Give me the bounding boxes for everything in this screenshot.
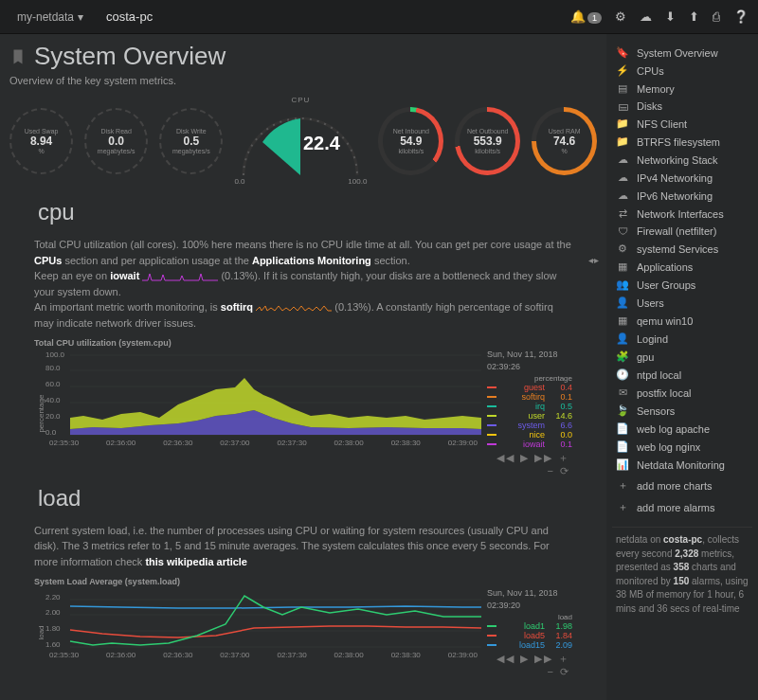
sidebar-item-5[interactable]: 📁BTRFS filesystem <box>612 133 752 151</box>
sidebar-icon: 👥 <box>616 278 629 291</box>
svg-text:40.0: 40.0 <box>45 396 61 404</box>
gauge-net-in[interactable]: Net Inbound54.9kilobits/s <box>378 107 443 175</box>
alarm-badge: 1 <box>587 12 602 24</box>
sidebar-icon: 🍃 <box>616 404 629 417</box>
svg-text:20.0: 20.0 <box>45 412 61 421</box>
gauge-cpu[interactable]: CPU 22.4 0.0100.0 <box>234 96 367 186</box>
svg-text:80.0: 80.0 <box>45 364 61 372</box>
load-desc: Current system load, i.e. the number of … <box>9 523 597 578</box>
sidebar-item-20[interactable]: 🍃Sensors <box>612 402 752 420</box>
download-icon[interactable]: ⬇ <box>665 9 676 24</box>
add-more-charts[interactable]: ＋add more charts <box>612 476 752 495</box>
svg-text:1.60: 1.60 <box>45 640 61 649</box>
hostname: costa-pc <box>91 9 168 24</box>
sidebar-icon: 🧩 <box>616 350 629 363</box>
sidebar-item-11[interactable]: ⚙systemd Services <box>612 240 752 258</box>
cpu-chart-controls[interactable]: ◀◀ ▶ ▶▶ ＋ − ⟳ <box>487 451 572 477</box>
svg-text:2.20: 2.20 <box>45 593 61 601</box>
gauge-disk-write[interactable]: Disk Write0.5megabytes/s <box>159 108 223 174</box>
sidebar-item-16[interactable]: 👤Logind <box>612 330 752 348</box>
sidebar: 🔖System Overview⚡CPUs▤Memory🖴Disks📁NFS C… <box>606 34 758 700</box>
upload-icon[interactable]: ⬆ <box>689 9 699 24</box>
cpu-chart[interactable]: Total CPU utilization (system.cpu) perce… <box>9 338 597 477</box>
brand-dropdown[interactable]: my-netdata▾ <box>9 7 91 27</box>
sidebar-icon: ▦ <box>616 260 629 273</box>
cloud-icon[interactable]: ☁ <box>640 9 652 24</box>
svg-text:2.00: 2.00 <box>45 608 61 617</box>
sidebar-icon: 👤 <box>616 296 629 309</box>
gear-icon[interactable]: ⚙ <box>615 9 626 24</box>
sidebar-item-19[interactable]: ✉postfix local <box>612 384 752 402</box>
gauge-net-out[interactable]: Net Outbound553.9kilobits/s <box>455 107 520 175</box>
sidebar-icon: ☁ <box>616 153 629 166</box>
sidebar-item-0[interactable]: 🔖System Overview <box>612 44 752 62</box>
cpu-legend: Sun, Nov 11, 2018 02:39:26 percentage gu… <box>481 350 572 477</box>
topbar: my-netdata▾ costa-pc 🔔1 ⚙ ☁ ⬇ ⬆ ⎙ ❔ <box>0 0 758 34</box>
sidebar-item-17[interactable]: 🧩gpu <box>612 348 752 366</box>
help-icon[interactable]: ❔ <box>733 9 749 24</box>
sidebar-item-14[interactable]: 👤Users <box>612 294 752 312</box>
sidebar-icon: 🕐 <box>616 368 629 381</box>
page-subtitle: Overview of the key system metrics. <box>9 75 597 86</box>
plus-icon: ＋ <box>616 500 629 514</box>
sidebar-item-22[interactable]: 📄web log nginx <box>612 438 752 456</box>
page-title: System Overview <box>9 42 597 71</box>
sidebar-icon: 🖴 <box>616 100 629 112</box>
sidebar-icon: 🛡 <box>616 225 629 237</box>
cpu-desc: Total CPU utilization (all cores). 100% … <box>9 237 597 338</box>
svg-text:100.0: 100.0 <box>45 350 65 359</box>
main-content: System Overview Overview of the key syst… <box>0 34 606 700</box>
expand-icon[interactable]: ◂ ·· ▸ <box>588 253 597 267</box>
bell-icon[interactable]: 🔔1 <box>570 9 602 24</box>
gauge-row: Used Swap8.94% Disk Read0.0megabytes/s D… <box>9 96 597 186</box>
sidebar-icon: ☁ <box>616 189 629 202</box>
load-chart[interactable]: System Load Average (system.load) load 1… <box>9 577 597 678</box>
svg-text:0.0: 0.0 <box>45 428 57 437</box>
bookmark-icon <box>9 46 27 67</box>
sidebar-item-23[interactable]: 📊Netdata Monitoring <box>612 456 752 474</box>
sidebar-icon: ✉ <box>616 386 629 399</box>
sidebar-icon: 📁 <box>616 135 629 148</box>
sidebar-icon: ▤ <box>616 82 629 95</box>
cpu-heading: cpu <box>38 199 597 225</box>
sidebar-item-18[interactable]: 🕐ntpd local <box>612 366 752 384</box>
plus-icon: ＋ <box>616 478 629 493</box>
svg-text:1.80: 1.80 <box>45 624 61 633</box>
sidebar-icon: ⚡ <box>616 64 629 77</box>
sidebar-item-1[interactable]: ⚡CPUs <box>612 62 752 80</box>
add-more-alarms[interactable]: ＋add more alarms <box>612 497 752 517</box>
load-chart-controls[interactable]: ◀◀ ▶ ▶▶ ＋ − ⟳ <box>487 652 572 678</box>
sidebar-icon: 📊 <box>616 458 629 471</box>
sidebar-icon: 📄 <box>616 440 629 453</box>
sidebar-icon: 👤 <box>616 332 629 345</box>
sidebar-icon: 📁 <box>616 117 629 130</box>
sidebar-item-2[interactable]: ▤Memory <box>612 80 752 98</box>
sidebar-icon: ⇄ <box>616 207 629 220</box>
cpu-chart-svg[interactable]: 0.020.040.060.080.0100.0 <box>45 350 481 437</box>
sidebar-item-13[interactable]: 👥User Groups <box>612 276 752 294</box>
sidebar-item-3[interactable]: 🖴Disks <box>612 98 752 115</box>
gauge-disk-read[interactable]: Disk Read0.0megabytes/s <box>84 108 148 174</box>
sidebar-item-15[interactable]: ▦qemu win10 <box>612 312 752 330</box>
sidebar-item-4[interactable]: 📁NFS Client <box>612 115 752 133</box>
load-legend: Sun, Nov 11, 2018 02:39:20 load load11.9… <box>481 588 572 678</box>
sidebar-icon: ☁ <box>616 171 629 184</box>
load-chart-svg[interactable]: 1.601.802.002.20 <box>45 588 481 649</box>
sidebar-icon: 🔖 <box>616 46 629 59</box>
sidebar-item-7[interactable]: ☁IPv4 Networking <box>612 169 752 187</box>
load-heading: load <box>38 485 597 512</box>
print-icon[interactable]: ⎙ <box>713 9 720 24</box>
sidebar-icon: 📄 <box>616 422 629 435</box>
sidebar-item-21[interactable]: 📄web log apache <box>612 420 752 438</box>
caret-down-icon: ▾ <box>78 10 83 24</box>
wikipedia-link[interactable]: this wikipedia article <box>145 556 247 567</box>
gauge-ram[interactable]: Used RAM74.6% <box>532 107 597 175</box>
gauge-swap[interactable]: Used Swap8.94% <box>9 108 73 174</box>
softirq-sparkline <box>256 303 332 313</box>
sidebar-item-10[interactable]: 🛡Firewall (netfilter) <box>612 223 752 240</box>
sidebar-item-9[interactable]: ⇄Network Interfaces <box>612 205 752 223</box>
sidebar-item-12[interactable]: ▦Applications <box>612 258 752 276</box>
sidebar-item-8[interactable]: ☁IPv6 Networking <box>612 187 752 205</box>
sidebar-icon: ⚙ <box>616 242 629 255</box>
sidebar-item-6[interactable]: ☁Networking Stack <box>612 151 752 169</box>
